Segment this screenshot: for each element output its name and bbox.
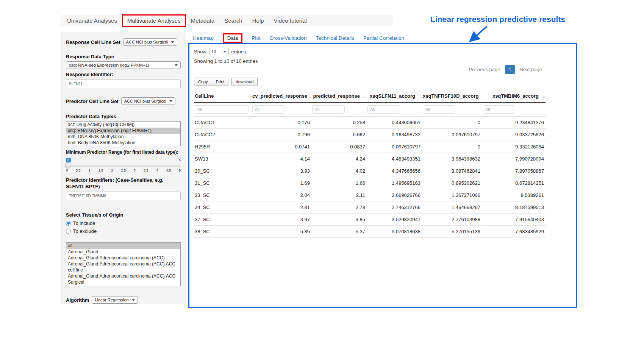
predictor-cell-line-set-group: Predictor Cell Line Set ACC NCI plus Sur… [66, 97, 181, 105]
cell-value: 7.915640403 [482, 214, 546, 226]
chevron-down-icon [169, 100, 172, 102]
predictor-data-type-option[interactable]: xsq: RNA-seq Expression (log2 FPKM+1) [66, 128, 180, 134]
response-cell-line-set-select[interactable]: ACC NCI plus Surgical [123, 38, 177, 46]
previous-page-button[interactable]: Previous page [465, 65, 503, 74]
min-predictor-range-label: Minimum Predictor Range (for first liste… [66, 149, 181, 156]
cell-value: 0.0837 [311, 141, 367, 153]
algorithm-group: Algorithm Linear Regression [66, 296, 181, 304]
column-header-xsqtmbim6-accorg[interactable]: xsqTMBIM6_accorg↑↓ [482, 90, 546, 103]
column-header-label: cv_predicted_response [252, 93, 307, 99]
cell-value: 4.02 [311, 165, 367, 177]
filter-input-xsqtmbim6-accorg[interactable] [483, 105, 515, 114]
predictor-data-types-listbox[interactable]: act: Drug Activity (-log10[IC50M])xsq: R… [66, 121, 181, 146]
radio-to-include[interactable]: To include [66, 220, 181, 226]
cell-line-name: 33_SC [194, 189, 252, 201]
nav-item-help[interactable]: Help [247, 17, 269, 24]
column-header-label: predicted_response [313, 93, 360, 99]
tissue-option[interactable]: Adrenal_Gland [66, 249, 180, 255]
show-entries-select[interactable]: 10 [209, 48, 229, 55]
response-cell-line-set-value: ACC NCI plus Surgical [126, 40, 168, 44]
column-header-cv-predicted-response[interactable]: cv_predicted_response↑↓ [252, 90, 311, 103]
tab-technical-details[interactable]: Technical Details [316, 35, 354, 41]
filter-input-cellline[interactable] [195, 105, 249, 114]
min-predictor-range-slider[interactable]: 0 5 00.511.522.533.544.55 [66, 158, 181, 172]
column-header-cellline[interactable]: CellLine↑↓ [194, 90, 252, 103]
column-header-label: xsqTMBIM6_accorg [492, 93, 539, 99]
filter-input-predicted-response[interactable] [312, 105, 345, 114]
sort-icon: ↑↓ [308, 94, 311, 98]
cell-value: 8.5389261 [482, 189, 546, 201]
predictor-identifiers-input[interactable] [66, 192, 181, 200]
slider-value-badge: 0 [66, 158, 71, 162]
cell-value: 7.683485929 [482, 226, 546, 238]
response-cell-line-set-label: Response Cell Line Set [66, 39, 120, 45]
predictor-cell-line-set-select[interactable]: ACC NCI plus Surgical [121, 97, 175, 105]
tissue-option[interactable]: Adrenal_Gland:Adrenocortical carcinoma (… [66, 255, 180, 261]
tab-heatmap[interactable]: Heatmap [193, 35, 214, 41]
predictor-data-type-option[interactable]: mth: DNA 850K Methylation [66, 134, 180, 140]
nav-item-metadata[interactable]: Metadata [186, 17, 220, 24]
show-entries-value: 10 [212, 50, 216, 54]
nav-item-multivariate-analyses[interactable]: Multivariate Analyses [122, 14, 186, 27]
tab-data[interactable]: Data [223, 33, 243, 43]
cell-value: 7.990728004 [482, 153, 546, 165]
predictor-data-type-option[interactable]: bmt: Body DNA 850K Methylation [66, 140, 180, 146]
table-row: H295R0.07410.08370.09761079709.332126084 [194, 141, 546, 153]
slider-track[interactable] [66, 165, 181, 167]
slider-tick-label: 2 [111, 169, 113, 172]
tab-plot[interactable]: Plot [252, 35, 260, 41]
predictor-data-type-option[interactable]: act: Drug Activity (-log10[IC50M]) [66, 122, 180, 128]
next-page-button[interactable]: Next page [516, 65, 546, 74]
chevron-down-icon [171, 41, 174, 43]
cell-value: 0.895302621 [422, 177, 482, 189]
page-number-button[interactable]: 1 [505, 65, 515, 74]
tissue-option[interactable]: all [66, 243, 180, 249]
page: Univariate AnalysesMultivariate Analyses… [0, 0, 644, 362]
cell-line-name: CUACC2 [194, 129, 252, 141]
radio-label: To include [73, 220, 95, 226]
cell-value: 9.033725826 [482, 129, 546, 141]
radio-icon [66, 229, 71, 234]
download-button[interactable]: download [231, 78, 258, 86]
predictor-cell-line-set-label: Predictor Cell Line Set [66, 98, 119, 105]
cell-value: 1.66 [311, 177, 367, 189]
tissue-origin-label: Select Tissue/s of Origin [66, 212, 181, 218]
cell-value: 2.04 [252, 189, 311, 201]
algorithm-select[interactable]: Linear Regression [92, 296, 138, 304]
response-data-type-select[interactable]: xsq: RNA-seq Expression (log2 FPKM+1) [66, 61, 181, 69]
nav-item-video-tutorial[interactable]: Video tutorial [269, 17, 312, 24]
cell-value: 2.776103988 [422, 214, 482, 226]
chevron-down-icon [223, 51, 226, 53]
filter-input-cv-predicted-response[interactable] [252, 105, 285, 114]
nav-item-univariate-analyses[interactable]: Univariate Analyses [62, 17, 122, 24]
nav-item-search[interactable]: Search [219, 17, 247, 24]
filter-input-xsqslfn11-accorg[interactable] [367, 105, 400, 114]
slider-tick-label: 5 [179, 169, 181, 172]
column-header-xsqtnfrsf10d-accorg[interactable]: xsqTNFRSF10D_accorg↑↓ [422, 90, 482, 103]
tab-partial-correlation[interactable]: Partial Correlation [363, 35, 404, 41]
tissue-option[interactable]: Adrenal_Gland:Adrenocortical carcinoma (… [66, 261, 180, 273]
print-button[interactable]: Print [212, 78, 229, 86]
column-header-xsqslfn11-accorg[interactable]: xsqSLFN11_accorg↑↓ [367, 90, 422, 103]
cell-value: 0.176 [252, 117, 311, 129]
tissue-option[interactable]: Adrenal_Gland:Adrenocortical carcinoma (… [66, 273, 180, 285]
sort-icon: ↑↓ [419, 94, 421, 98]
tissue-origin-group: Select Tissue/s of Origin To includeTo e… [66, 212, 181, 234]
cell-value: 0.662 [311, 129, 367, 141]
chevron-down-icon [175, 64, 178, 66]
filter-input-xsqtnfrsf10d-accorg[interactable] [423, 105, 455, 114]
copy-button[interactable]: Copy [194, 78, 212, 86]
column-header-predicted-response[interactable]: predicted_response↑↓ [311, 90, 367, 103]
cell-line-name: 31_SC [194, 177, 252, 189]
cell-value: 0.443606651 [367, 117, 422, 129]
slider-tick-label: 3.5 [144, 169, 148, 172]
tab-cross-validation[interactable]: Cross-Validation [270, 35, 307, 41]
predictor-data-types-group: Predictor Data Type/s act: Drug Activity… [66, 113, 181, 146]
response-identifier-input[interactable] [66, 80, 181, 88]
radio-to-exclude[interactable]: To exclude [66, 228, 181, 234]
cell-value: 2.81 [252, 201, 311, 214]
tissue-listbox[interactable]: allAdrenal_GlandAdrenal_Gland:Adrenocort… [66, 242, 181, 286]
response-data-type-value: xsq: RNA-seq Expression (log2 FPKM+1) [69, 63, 149, 67]
slider-handle[interactable] [65, 162, 71, 169]
cell-value: 0.163498732 [367, 129, 422, 141]
